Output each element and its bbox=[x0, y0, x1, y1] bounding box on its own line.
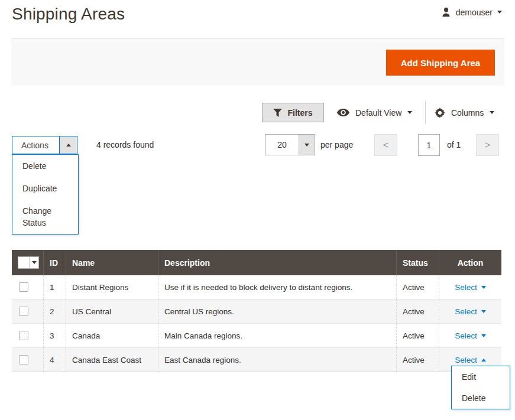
actions-menu: Delete Duplicate Change Status bbox=[12, 154, 79, 235]
filters-button[interactable]: Filters bbox=[262, 103, 324, 122]
row-select-label: Select bbox=[455, 356, 477, 364]
actions-split-button[interactable]: Actions bbox=[12, 136, 77, 154]
actions-button-label[interactable]: Actions bbox=[12, 136, 59, 154]
actions-caret-button[interactable] bbox=[59, 136, 77, 154]
row-id: 1 bbox=[43, 275, 66, 299]
row-select-action[interactable]: Select bbox=[455, 283, 486, 292]
default-view-caret-icon bbox=[407, 111, 412, 114]
row-description: East Canada regions. bbox=[158, 348, 396, 372]
row-checkbox[interactable] bbox=[19, 307, 28, 316]
grid-header-status[interactable]: Status bbox=[396, 250, 439, 275]
row-status: Active bbox=[396, 324, 439, 347]
row-action-menu-item-edit[interactable]: Edit bbox=[452, 366, 510, 388]
actions-menu-item-delete[interactable]: Delete bbox=[12, 155, 78, 177]
select-caret-down-icon bbox=[481, 310, 486, 313]
table-row: 3 Canada Main Canada regions. Active Sel… bbox=[12, 324, 501, 348]
row-status: Active bbox=[396, 299, 439, 323]
default-view-dropdown[interactable]: Default View bbox=[337, 103, 412, 122]
row-status: Active bbox=[396, 275, 439, 299]
filter-funnel-icon bbox=[273, 109, 282, 117]
row-action-menu: Edit Delete bbox=[451, 366, 510, 409]
actions-caret-up-icon bbox=[66, 144, 71, 146]
per-page-caret-button[interactable] bbox=[299, 135, 315, 155]
user-avatar-icon bbox=[441, 7, 451, 17]
row-checkbox[interactable] bbox=[19, 331, 28, 340]
row-action-menu-item-delete[interactable]: Delete bbox=[452, 388, 510, 409]
row-id: 2 bbox=[43, 299, 66, 323]
select-caret-down-icon bbox=[481, 286, 486, 289]
grid-header-description[interactable]: Description bbox=[158, 250, 396, 275]
grid-header-select-all bbox=[12, 250, 43, 275]
row-select-label: Select bbox=[455, 331, 477, 340]
toolbar-divider bbox=[425, 101, 426, 124]
row-select-label: Select bbox=[455, 283, 477, 292]
current-page-input[interactable] bbox=[418, 134, 440, 156]
actions-menu-item-change-status[interactable]: Change Status bbox=[12, 200, 78, 234]
table-row: 4 Canada East Coast East Canada regions.… bbox=[12, 348, 501, 372]
previous-page-button[interactable]: < bbox=[374, 134, 397, 156]
select-caret-down-icon bbox=[481, 334, 486, 337]
grid-header-id[interactable]: ID bbox=[43, 250, 66, 275]
row-checkbox[interactable] bbox=[19, 282, 28, 292]
row-select-action[interactable]: Select bbox=[455, 307, 486, 316]
grid-header-action: Action bbox=[439, 250, 501, 275]
row-name: US Central bbox=[66, 299, 158, 323]
columns-dropdown[interactable]: Columns bbox=[435, 103, 494, 122]
page-count-label: of 1 bbox=[447, 140, 461, 149]
gear-icon bbox=[435, 108, 445, 118]
per-page-select[interactable]: 20 bbox=[265, 134, 315, 155]
row-status: Active bbox=[396, 348, 439, 372]
select-all-control[interactable] bbox=[18, 256, 39, 269]
select-caret-up-icon bbox=[481, 359, 486, 362]
select-all-caret-button[interactable] bbox=[29, 257, 38, 268]
select-all-caret-icon bbox=[32, 261, 37, 264]
per-page-value: 20 bbox=[265, 135, 299, 155]
user-menu[interactable]: demouser bbox=[441, 7, 502, 17]
shipping-areas-grid: ID Name Description Status Action 1 Dist… bbox=[12, 250, 501, 372]
per-page-caret-icon bbox=[305, 144, 309, 146]
table-row: 1 Distant Regions Use if it is needed to… bbox=[12, 275, 501, 299]
next-page-button[interactable]: > bbox=[476, 134, 499, 156]
eye-icon bbox=[337, 109, 349, 116]
user-name: demouser bbox=[456, 8, 493, 17]
row-select-action-open[interactable]: Select bbox=[455, 356, 486, 364]
table-row: 2 US Central Central US regions. Active … bbox=[12, 299, 501, 324]
row-checkbox[interactable] bbox=[19, 355, 28, 364]
row-description: Main Canada regions. bbox=[158, 324, 396, 347]
row-select-label: Select bbox=[455, 307, 477, 316]
filters-label: Filters bbox=[287, 108, 312, 118]
row-name: Canada East Coast bbox=[66, 348, 158, 372]
row-description: Use if it is needed to block delivery to… bbox=[158, 275, 396, 299]
actions-menu-item-duplicate[interactable]: Duplicate bbox=[12, 177, 78, 200]
row-description: Central US regions. bbox=[158, 299, 396, 323]
columns-label: Columns bbox=[451, 108, 484, 118]
default-view-label: Default View bbox=[355, 108, 401, 118]
user-menu-caret-icon bbox=[497, 11, 502, 14]
shipping-areas-page: Shipping Areas demouser Add Shipping Are… bbox=[0, 0, 515, 420]
grid-header-row: ID Name Description Status Action bbox=[12, 250, 501, 275]
select-all-checkbox[interactable] bbox=[18, 257, 29, 268]
row-id: 4 bbox=[43, 348, 66, 372]
row-name: Canada bbox=[66, 324, 158, 347]
columns-caret-icon bbox=[490, 111, 494, 114]
row-select-action[interactable]: Select bbox=[455, 331, 486, 340]
page-title: Shipping Areas bbox=[12, 5, 125, 24]
row-name: Distant Regions bbox=[66, 275, 158, 299]
per-page-label: per page bbox=[320, 140, 353, 149]
add-shipping-area-button[interactable]: Add Shipping Area bbox=[386, 50, 495, 76]
grid-header-name[interactable]: Name bbox=[66, 250, 158, 275]
row-id: 3 bbox=[43, 324, 66, 347]
records-found-text: 4 records found bbox=[96, 140, 154, 149]
